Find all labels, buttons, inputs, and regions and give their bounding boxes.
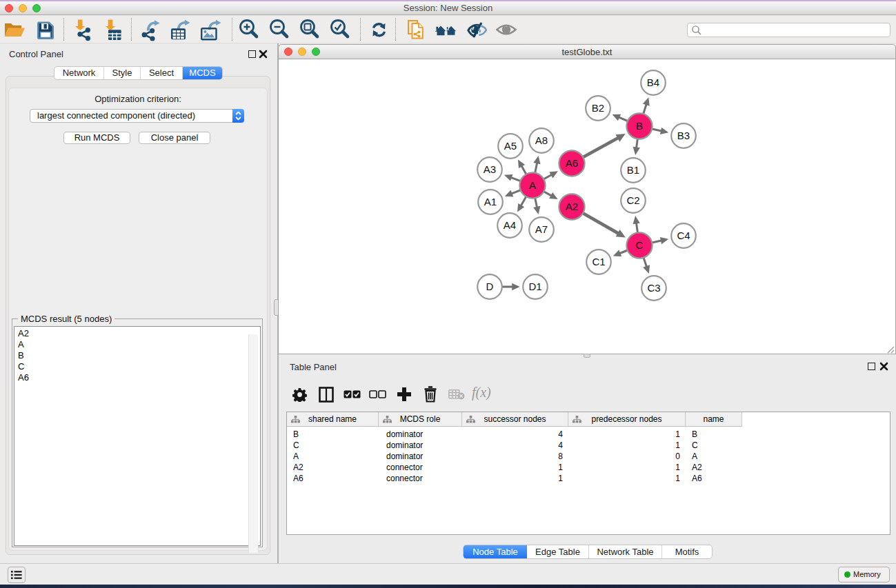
svg-text:D1: D1 <box>528 281 541 292</box>
svg-text:C2: C2 <box>626 194 639 206</box>
svg-text:B1: B1 <box>627 164 639 176</box>
svg-text:C1: C1 <box>592 256 605 267</box>
svg-text:A1: A1 <box>484 196 497 207</box>
svg-text:C: C <box>636 239 644 251</box>
svg-text:A: A <box>529 179 536 191</box>
svg-text:B: B <box>636 120 643 132</box>
svg-text:A7: A7 <box>535 223 548 235</box>
svg-text:B4: B4 <box>647 77 659 88</box>
svg-text:A3: A3 <box>484 163 496 175</box>
svg-text:A8: A8 <box>535 134 548 146</box>
svg-text:A4: A4 <box>504 219 516 231</box>
svg-text:A6: A6 <box>566 157 578 169</box>
svg-text:C3: C3 <box>647 282 660 294</box>
svg-text:B2: B2 <box>592 102 604 114</box>
svg-text:A2: A2 <box>566 201 578 212</box>
svg-text:A5: A5 <box>504 140 517 152</box>
svg-text:B3: B3 <box>677 130 690 141</box>
svg-text:C4: C4 <box>677 230 690 241</box>
svg-text:D: D <box>486 281 494 292</box>
